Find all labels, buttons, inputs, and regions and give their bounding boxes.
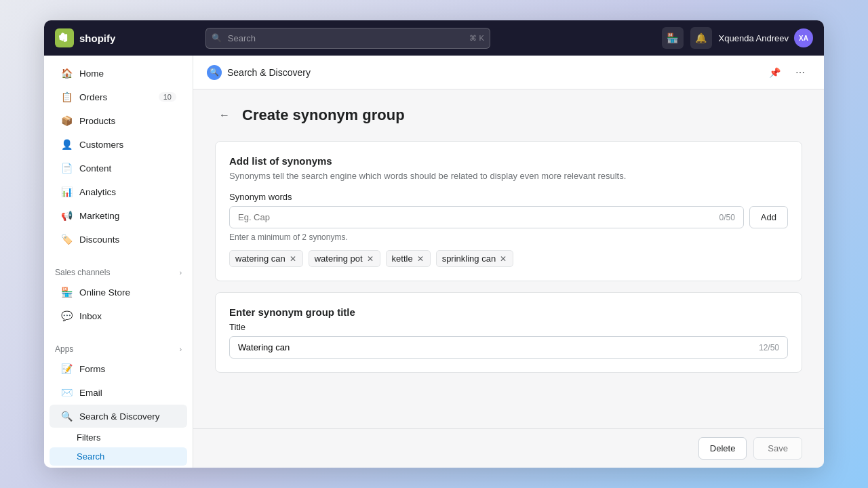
search-shortcut: ⌘ K [469, 34, 484, 43]
tag-sprinkling-can: sprinkling can ✕ [436, 250, 514, 267]
email-icon: ✉️ [60, 386, 73, 399]
bottom-actions: Delete Save [193, 428, 824, 468]
breadcrumb-actions: 📌 ⋯ [764, 62, 810, 83]
online-store-icon: 🏪 [60, 286, 73, 298]
topbar-right: 🏪 🔔 Xquenda Andreev XA [662, 27, 813, 49]
synonym-input-wrapper[interactable]: 0/50 [229, 206, 744, 228]
page-content: ← Create synonym group Add list of synon… [193, 89, 824, 428]
search-icon: 🔍 [212, 33, 222, 43]
sidebar-item-discounts[interactable]: 🏷️ Discounts [50, 228, 187, 251]
orders-badge: 10 [159, 92, 176, 102]
chevron-right-icon: › [180, 269, 182, 277]
breadcrumb-app-icon: 🔍 [207, 65, 222, 80]
sidebar-item-home[interactable]: 🏠 Home [50, 62, 187, 85]
title-input-wrapper[interactable]: 12/50 [229, 336, 788, 359]
forms-icon: 📝 [60, 363, 73, 375]
synonym-words-label: Synonym words [229, 192, 788, 202]
breadcrumb-bar: 🔍 Search & Discovery 📌 ⋯ [193, 56, 824, 89]
save-button[interactable]: Save [753, 437, 802, 460]
sidebar-item-online-store[interactable]: 🏪 Online Store [50, 281, 187, 304]
marketing-icon: 📢 [60, 209, 73, 222]
sidebar-sub-item-recommendations[interactable]: Recommendations [50, 466, 187, 468]
store-icon-btn[interactable]: 🏪 [662, 27, 684, 49]
sidebar-item-customers[interactable]: 👤 Customers [50, 133, 187, 156]
logo-text: shopify [79, 33, 115, 44]
logo-area: shopify [55, 28, 115, 47]
sidebar-item-marketing[interactable]: 📢 Marketing [50, 204, 187, 227]
home-icon: 🏠 [60, 67, 73, 79]
sidebar-item-content[interactable]: 📄 Content [50, 157, 187, 180]
breadcrumb-title: Search & Discovery [227, 67, 311, 78]
user-badge: Xquenda Andreev XA [719, 28, 813, 47]
synonym-input-row: 0/50 Add [229, 206, 788, 228]
remove-kettle[interactable]: ✕ [416, 254, 425, 264]
content-area: 🔍 Search & Discovery 📌 ⋯ ← Create synony… [193, 56, 824, 468]
sidebar-item-products[interactable]: 📦 Products [50, 109, 187, 132]
title-card: Enter synonym group title Title 12/50 [215, 292, 802, 373]
back-button[interactable]: ← [215, 106, 234, 125]
synonym-text-input[interactable] [238, 212, 719, 222]
title-card-title: Enter synonym group title [229, 306, 788, 318]
remove-watering-pot[interactable]: ✕ [366, 254, 374, 264]
delete-button[interactable]: Delete [698, 437, 747, 460]
sidebar-nav-section: 🏠 Home 📋 Orders 10 📦 Products 👤 Customer… [44, 56, 193, 257]
more-options-button[interactable]: ⋯ [790, 62, 810, 83]
tag-watering-pot: watering pot ✕ [309, 250, 380, 267]
orders-icon: 📋 [60, 91, 73, 103]
content-icon: 📄 [60, 162, 73, 174]
chevron-right-icon-apps: › [180, 346, 182, 353]
discounts-icon: 🏷️ [60, 233, 73, 245]
shopify-logo-icon [55, 28, 74, 47]
sidebar-item-inbox[interactable]: 💬 Inbox [50, 304, 187, 327]
app-window: shopify 🔍 ⌘ K 🏪 🔔 Xquenda Andreev XA 🏠 H… [44, 20, 824, 468]
sidebar-sales-channels-section: Sales channels › 🏪 Online Store 💬 Inbox [44, 257, 193, 333]
synonym-hint: Enter a minimum of 2 synonyms. [229, 232, 788, 242]
page-header: ← Create synonym group [215, 106, 802, 125]
products-icon: 📦 [60, 115, 73, 127]
breadcrumb: 🔍 Search & Discovery [207, 65, 311, 80]
sidebar-apps-section: Apps › 📝 Forms ✉️ Email 🔍 Search & Disco… [44, 333, 193, 468]
inbox-icon: 💬 [60, 310, 73, 322]
sidebar-item-forms[interactable]: 📝 Forms [50, 357, 187, 380]
sidebar-item-orders[interactable]: 📋 Orders 10 [50, 85, 187, 108]
sidebar-item-analytics[interactable]: 📊 Analytics [50, 180, 187, 203]
analytics-icon: 📊 [60, 186, 73, 198]
apps-title: Apps › [44, 339, 193, 357]
tag-kettle: kettle ✕ [386, 250, 431, 267]
add-synonym-button[interactable]: Add [749, 206, 788, 228]
title-char-count: 12/50 [759, 343, 779, 352]
search-discovery-icon: 🔍 [60, 410, 73, 422]
main-layout: 🏠 Home 📋 Orders 10 📦 Products 👤 Customer… [44, 56, 824, 468]
synonyms-card-title: Add list of synonyms [229, 155, 788, 167]
global-search-bar[interactable]: 🔍 ⌘ K [205, 28, 490, 49]
synonyms-card-desc: Synonyms tell the search engine which wo… [229, 171, 788, 181]
user-name: Xquenda Andreev [719, 33, 789, 43]
title-field-label: Title [229, 322, 788, 332]
title-input[interactable] [238, 342, 759, 352]
remove-sprinkling-can[interactable]: ✕ [499, 254, 507, 264]
synonym-char-count: 0/50 [719, 213, 735, 222]
page-title: Create synonym group [242, 106, 405, 124]
tag-watering-can: watering can ✕ [229, 250, 303, 267]
customers-icon: 👤 [60, 138, 73, 150]
remove-watering-can[interactable]: ✕ [289, 254, 297, 264]
sidebar-sub-item-search[interactable]: Search [50, 447, 187, 466]
avatar: XA [794, 28, 813, 47]
bell-icon-btn[interactable]: 🔔 [690, 27, 712, 49]
synonym-tags: watering can ✕ watering pot ✕ kettle ✕ [229, 250, 788, 267]
sidebar: 🏠 Home 📋 Orders 10 📦 Products 👤 Customer… [44, 56, 193, 468]
sidebar-sub-item-filters[interactable]: Filters [50, 428, 187, 447]
sidebar-item-email[interactable]: ✉️ Email [50, 381, 187, 404]
sidebar-item-search-discovery[interactable]: 🔍 Search & Discovery [50, 405, 187, 428]
synonyms-card: Add list of synonyms Synonyms tell the s… [215, 141, 802, 281]
pin-button[interactable]: 📌 [764, 62, 785, 83]
topbar: shopify 🔍 ⌘ K 🏪 🔔 Xquenda Andreev XA [44, 20, 824, 56]
sales-channels-title: Sales channels › [44, 262, 193, 280]
search-input[interactable] [205, 28, 490, 49]
